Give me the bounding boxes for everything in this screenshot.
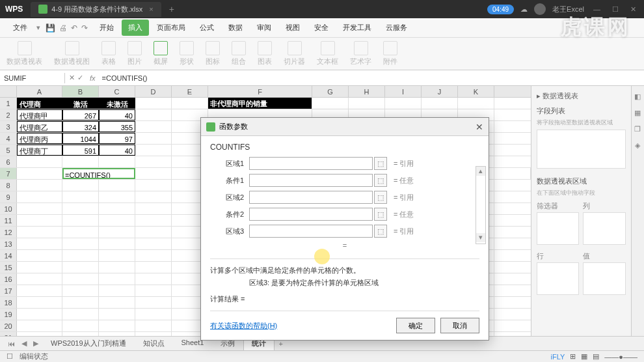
- file-menu[interactable]: 文件: [4, 20, 36, 35]
- scroll-down-icon[interactable]: ▾: [476, 233, 485, 242]
- row-header[interactable]: 4: [0, 133, 17, 144]
- cell[interactable]: [135, 109, 172, 120]
- ribbon-group[interactable]: 图标: [206, 41, 220, 66]
- cell[interactable]: 非代理商甲的销量: [208, 98, 312, 109]
- cell[interactable]: 1044: [62, 133, 99, 144]
- tool-icon[interactable]: ▦: [634, 109, 641, 117]
- maximize-icon[interactable]: ☐: [610, 5, 621, 14]
- dialog-scrollbar[interactable]: ▴ ▾: [476, 166, 486, 244]
- menu-tab-2[interactable]: 页面布局: [150, 20, 192, 36]
- col-header[interactable]: G: [312, 86, 349, 97]
- cell[interactable]: [135, 238, 172, 249]
- cell[interactable]: [458, 98, 494, 109]
- cell[interactable]: [135, 250, 172, 261]
- scroll-up-icon[interactable]: ▴: [476, 167, 485, 176]
- col-header[interactable]: J: [422, 86, 458, 97]
- cell[interactable]: [17, 156, 62, 167]
- cell[interactable]: [99, 309, 135, 320]
- cell[interactable]: [99, 262, 135, 273]
- cell[interactable]: [17, 309, 62, 320]
- col-header[interactable]: A: [17, 86, 62, 97]
- view-icon[interactable]: ⊞: [570, 352, 576, 361]
- help-link[interactable]: 有关该函数的帮助(H): [210, 321, 277, 331]
- cell[interactable]: [99, 203, 135, 214]
- cell[interactable]: [17, 227, 62, 238]
- cell[interactable]: 324: [62, 121, 99, 132]
- tab-nav-prev[interactable]: ◀: [19, 339, 29, 348]
- col-header[interactable]: D: [135, 86, 172, 97]
- redo-icon[interactable]: ↷: [81, 23, 88, 33]
- select-all-corner[interactable]: [0, 86, 17, 97]
- cell[interactable]: [99, 215, 135, 226]
- row-header[interactable]: 13: [0, 238, 17, 249]
- cell[interactable]: [62, 238, 99, 249]
- row-header[interactable]: 20: [0, 320, 17, 331]
- range-select-icon[interactable]: ⬚: [374, 208, 387, 221]
- cell[interactable]: [135, 191, 172, 202]
- tab-nav-first[interactable]: ⏮: [5, 340, 18, 348]
- cell[interactable]: 355: [99, 121, 135, 132]
- cell[interactable]: [17, 320, 62, 331]
- cell[interactable]: [135, 121, 172, 132]
- row-header[interactable]: 19: [0, 309, 17, 320]
- cell[interactable]: [349, 98, 385, 109]
- cell[interactable]: 代理商甲: [17, 109, 62, 120]
- cell[interactable]: 代理商丁: [17, 145, 62, 156]
- cell[interactable]: [99, 320, 135, 331]
- undo-icon[interactable]: ↶: [71, 23, 77, 33]
- cell[interactable]: [135, 133, 172, 144]
- menu-tab-1[interactable]: 插入: [122, 20, 149, 36]
- ribbon-group[interactable]: 艺术字: [350, 41, 371, 66]
- cell[interactable]: [99, 273, 135, 285]
- row-header[interactable]: 16: [0, 273, 17, 285]
- ribbon-group[interactable]: 图表: [258, 41, 272, 66]
- col-header[interactable]: C: [99, 86, 135, 97]
- fx-icon[interactable]: fx: [90, 74, 96, 82]
- range-select-icon[interactable]: ⬚: [374, 225, 387, 238]
- cell[interactable]: [135, 168, 172, 179]
- cell[interactable]: [312, 98, 349, 109]
- cell[interactable]: 代理商: [17, 98, 62, 109]
- menu-tab-8[interactable]: 开发工具: [336, 20, 378, 36]
- cell[interactable]: [99, 191, 135, 202]
- formula-input[interactable]: =COUNTIFS(): [98, 73, 644, 83]
- ribbon-group[interactable]: 数据透视图: [54, 41, 90, 66]
- filters-box[interactable]: [537, 212, 579, 245]
- row-header[interactable]: 10: [0, 203, 17, 214]
- cell[interactable]: [135, 145, 172, 156]
- cell[interactable]: [17, 215, 62, 226]
- param-input-2[interactable]: [249, 191, 373, 204]
- cell[interactable]: [135, 203, 172, 214]
- cell[interactable]: [135, 215, 172, 226]
- row-header[interactable]: 14: [0, 250, 17, 261]
- cell[interactable]: [494, 168, 531, 179]
- col-header[interactable]: E: [172, 86, 208, 97]
- row-header[interactable]: 5: [0, 145, 17, 156]
- cell[interactable]: =COUNTIFS(): [62, 168, 135, 179]
- rows-box[interactable]: [537, 262, 579, 295]
- cell[interactable]: [17, 168, 62, 179]
- row-header[interactable]: 3: [0, 121, 17, 132]
- accept-formula-icon[interactable]: ✓: [77, 74, 83, 82]
- cell[interactable]: [62, 227, 99, 238]
- cell[interactable]: [17, 297, 62, 308]
- ribbon-group[interactable]: 文本框: [317, 41, 338, 66]
- cell[interactable]: [62, 262, 99, 273]
- tab-nav-next[interactable]: ▶: [31, 339, 41, 348]
- cell[interactable]: [62, 180, 99, 191]
- row-header[interactable]: 11: [0, 215, 17, 226]
- ribbon-group[interactable]: 组合: [232, 41, 246, 66]
- param-input-0[interactable]: [249, 157, 373, 170]
- menu-tab-5[interactable]: 审阅: [250, 20, 278, 36]
- cell[interactable]: [17, 250, 62, 261]
- cancel-formula-icon[interactable]: ✕: [69, 74, 75, 82]
- cell[interactable]: [62, 273, 99, 285]
- ribbon-group[interactable]: 表格: [101, 41, 116, 66]
- row-header[interactable]: 6: [0, 156, 17, 167]
- cell[interactable]: [135, 285, 172, 296]
- cell[interactable]: 激活: [62, 98, 99, 109]
- range-select-icon[interactable]: ⬚: [374, 157, 387, 170]
- add-sheet-button[interactable]: +: [276, 340, 285, 348]
- zoom-slider[interactable]: ——●——: [604, 353, 637, 361]
- close-icon[interactable]: ✕: [628, 5, 639, 14]
